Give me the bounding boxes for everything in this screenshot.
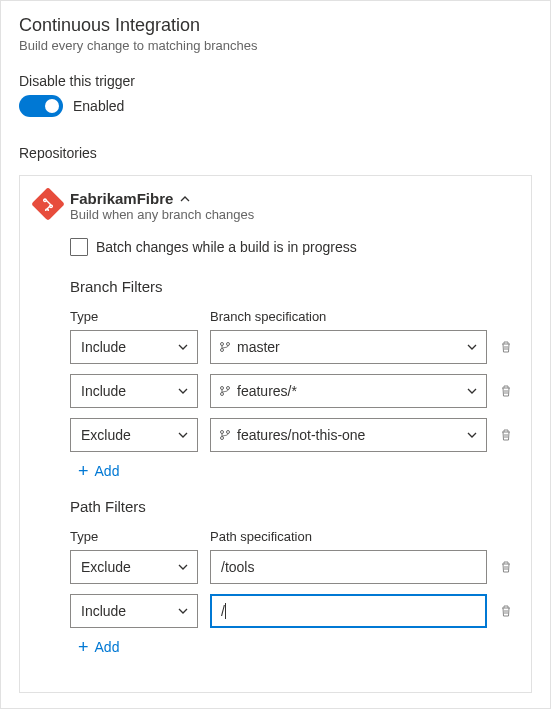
git-repo-icon bbox=[31, 187, 65, 221]
chevron-down-icon bbox=[177, 605, 189, 617]
branch-spec-select[interactable]: features/* bbox=[210, 374, 487, 408]
path-spec-input[interactable]: /tools bbox=[210, 550, 487, 584]
branch-icon bbox=[219, 341, 231, 353]
chevron-down-icon bbox=[466, 429, 478, 441]
branch-filter-row: Include features/* bbox=[70, 374, 515, 408]
branch-spec-value: features/* bbox=[237, 383, 297, 399]
text-cursor bbox=[225, 603, 226, 619]
branch-spec-select[interactable]: master bbox=[210, 330, 487, 364]
branch-filter-row: Exclude features/not-this-one bbox=[70, 418, 515, 452]
chevron-down-icon bbox=[177, 385, 189, 397]
filter-type-select[interactable]: Include bbox=[70, 594, 198, 628]
branch-filter-row: Include master bbox=[70, 330, 515, 364]
add-label: Add bbox=[95, 463, 120, 479]
chevron-up-icon bbox=[179, 193, 191, 205]
add-label: Add bbox=[95, 639, 120, 655]
repository-panel: FabrikamFibre Build when any branch chan… bbox=[19, 175, 532, 693]
enable-toggle[interactable] bbox=[19, 95, 63, 117]
branch-spec-header: Branch specification bbox=[210, 309, 515, 324]
select-value: Include bbox=[81, 603, 126, 619]
plus-icon: + bbox=[78, 462, 89, 480]
repo-header[interactable]: FabrikamFibre Build when any branch chan… bbox=[36, 190, 515, 236]
plus-icon: + bbox=[78, 638, 89, 656]
repositories-heading: Repositories bbox=[19, 145, 532, 161]
svg-point-2 bbox=[221, 349, 224, 352]
branch-icon bbox=[219, 385, 231, 397]
branch-spec-select[interactable]: features/not-this-one bbox=[210, 418, 487, 452]
chevron-down-icon bbox=[177, 429, 189, 441]
batch-changes-label: Batch changes while a build is in progre… bbox=[96, 239, 357, 255]
chevron-down-icon bbox=[177, 341, 189, 353]
chevron-down-icon bbox=[466, 341, 478, 353]
path-filters-title: Path Filters bbox=[70, 498, 515, 515]
branch-spec-value: features/not-this-one bbox=[237, 427, 365, 443]
page-title: Continuous Integration bbox=[19, 15, 532, 36]
checkbox-icon bbox=[70, 238, 88, 256]
svg-point-1 bbox=[227, 343, 230, 346]
svg-point-0 bbox=[221, 343, 224, 346]
select-value: Exclude bbox=[81, 427, 131, 443]
toggle-label: Disable this trigger bbox=[19, 73, 532, 89]
svg-point-4 bbox=[227, 387, 230, 390]
repo-description: Build when any branch changes bbox=[70, 207, 254, 222]
branch-filters-title: Branch Filters bbox=[70, 278, 515, 295]
filter-type-select[interactable]: Exclude bbox=[70, 418, 198, 452]
svg-point-7 bbox=[227, 431, 230, 434]
path-spec-header: Path specification bbox=[210, 529, 515, 544]
filter-type-select[interactable]: Exclude bbox=[70, 550, 198, 584]
select-value: Exclude bbox=[81, 559, 131, 575]
path-filter-row: Include / bbox=[70, 594, 515, 628]
batch-changes-checkbox[interactable]: Batch changes while a build is in progre… bbox=[70, 238, 515, 256]
branch-spec-value: master bbox=[237, 339, 280, 355]
add-path-filter-button[interactable]: + Add bbox=[78, 638, 515, 656]
delete-button[interactable] bbox=[499, 560, 515, 574]
chevron-down-icon bbox=[177, 561, 189, 573]
svg-point-5 bbox=[221, 393, 224, 396]
path-spec-input[interactable]: / bbox=[210, 594, 487, 628]
toggle-state: Enabled bbox=[73, 98, 124, 114]
path-filter-row: Exclude /tools bbox=[70, 550, 515, 584]
path-spec-value: /tools bbox=[221, 559, 254, 575]
svg-point-6 bbox=[221, 431, 224, 434]
chevron-down-icon bbox=[466, 385, 478, 397]
delete-button[interactable] bbox=[499, 384, 515, 398]
page-subtitle: Build every change to matching branches bbox=[19, 38, 532, 53]
type-header: Type bbox=[70, 309, 198, 324]
repo-name: FabrikamFibre bbox=[70, 190, 173, 207]
branch-icon bbox=[219, 429, 231, 441]
add-branch-filter-button[interactable]: + Add bbox=[78, 462, 515, 480]
filter-type-select[interactable]: Include bbox=[70, 330, 198, 364]
delete-button[interactable] bbox=[499, 428, 515, 442]
filter-type-select[interactable]: Include bbox=[70, 374, 198, 408]
type-header: Type bbox=[70, 529, 198, 544]
delete-button[interactable] bbox=[499, 604, 515, 618]
select-value: Include bbox=[81, 383, 126, 399]
delete-button[interactable] bbox=[499, 340, 515, 354]
svg-point-3 bbox=[221, 387, 224, 390]
select-value: Include bbox=[81, 339, 126, 355]
svg-point-8 bbox=[221, 437, 224, 440]
